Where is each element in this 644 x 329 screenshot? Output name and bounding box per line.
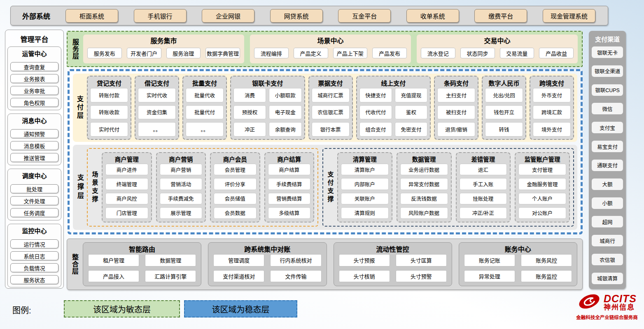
integration-item-box: 异常处理 — [464, 270, 515, 283]
service-item-box: 状态同步 — [460, 48, 495, 58]
management-item-box: 系统日志 — [10, 251, 58, 260]
payment-column: 贷记支付转账付款转账收款实时代付 — [87, 76, 131, 140]
management-group: 监控中心运行情况系统日志负载情况服务状态 — [7, 224, 61, 287]
support-item-box: 商户营销 — [160, 164, 203, 175]
payment-item-box: 农信银汇票 — [312, 105, 350, 120]
service-item-box: 产品定义 — [294, 48, 328, 58]
payment-item-box: 实时代付 — [90, 122, 128, 137]
payment-item-box: 兑出/兑回 — [485, 88, 523, 102]
support-item-box: 异常支付数据 — [400, 178, 448, 190]
payment-column-items: 城商行汇票农信银汇票银行本票 — [312, 88, 350, 137]
support-column-items: 清算账户内部账户关联账户清算规则 — [341, 164, 389, 219]
support-item-box: 业务运行数据 — [400, 164, 448, 175]
dcits-swirl-icon — [577, 292, 601, 313]
support-item-box: 会员数据 — [214, 207, 257, 219]
integration-item-box: 管理调度 — [213, 254, 264, 266]
integration-item-box: 头寸预报 — [339, 254, 390, 266]
logo-brand: DCITS — [604, 293, 637, 304]
payment-item-box: 主扫支付 — [437, 88, 475, 102]
payment-column-title: 数字人民币 — [485, 78, 523, 88]
payment-channel-box: 城商行 — [592, 235, 623, 246]
payment-column-title: 条码支付 — [437, 78, 475, 88]
payment-column-items: 批量代收批量代付。。 — [186, 88, 224, 137]
payment-item-box: 退货/撤销 — [437, 122, 475, 137]
payment-column-items: 实时代收资金归集。。 — [138, 88, 176, 137]
support-column: 清算管理清算账户内部账户关联账户清算规则 — [337, 152, 392, 222]
payment-column-title: 贷记支付 — [90, 78, 128, 88]
payment-item-box: 鉴权 — [395, 105, 427, 120]
service-panel-title: 场景中心 — [254, 35, 407, 45]
support-item-box: 支付管理 — [518, 164, 566, 175]
support-column-title: 监管账户管理 — [518, 154, 566, 164]
payment-item-box: 实时代收 — [138, 88, 176, 102]
support-group-label: 场景支撑 — [89, 152, 100, 222]
service-panel: 场景中心流程编排产品定义产品上下架产品发布 — [250, 35, 411, 63]
support-item-box: 营销活动 — [160, 178, 203, 190]
service-item-box: 流水登记 — [421, 48, 455, 58]
payment-item-box: 。。 — [186, 122, 224, 137]
payment-channels-sidebar: 支付渠道 银联无卡银联全渠道银联CUPS微信支付宝易宝支付通联支付大额小额超网城… — [589, 31, 626, 289]
management-group: 调度中心批处理文件处理任务调度 — [7, 169, 61, 220]
payment-channel-box: 超网 — [592, 216, 623, 227]
external-system-box: 互金平台 — [338, 9, 391, 23]
payment-item-box: 充值提现 — [395, 88, 427, 102]
support-item-box: 多级结算 — [268, 207, 311, 219]
support-item-box: 对公账户 — [518, 207, 566, 219]
support-item-box: 清算账户 — [341, 164, 389, 175]
integration-item-box: 文件传输 — [270, 270, 321, 283]
payment-column-title: 跨境支付 — [533, 78, 571, 88]
integration-panel: 跨系统集中对账管理调度行内系统核对支付渠道核对文件传输 — [208, 242, 327, 286]
legend-label: 图例: — [12, 304, 31, 316]
external-system-box: 收单系统 — [406, 9, 459, 23]
support-item-box: 门店管理 — [105, 207, 148, 219]
payment-column-items: 外币支付跨境汇款境外支付 — [533, 88, 571, 137]
legend-agile-layer: 该区域为敏态层 — [64, 300, 180, 317]
management-item-box: 角色权限 — [10, 98, 58, 107]
management-groups: 运管中心查询查复业务报表业务审批角色权限消息中心通知预警消息模板推送管理调度中心… — [7, 46, 61, 287]
service-panel-items: 服务发布开发者门户服务治理数据字典管理 — [87, 45, 240, 61]
integration-panel-title: 账务中心 — [464, 243, 572, 254]
service-item-box: 服务发布 — [87, 48, 122, 58]
service-item-box: 数据字典管理 — [205, 48, 240, 58]
logo-tagline: 金融科技全产业链综合服务商 — [576, 314, 638, 320]
external-system-box: 现金管理系统 — [543, 9, 595, 23]
management-item-box: 负载情况 — [10, 263, 58, 272]
support-item-box: 商户风控 — [105, 193, 148, 204]
support-item-box: 商户结算 — [268, 164, 311, 175]
integration-item-box: 头寸核销 — [339, 270, 390, 283]
logo-name-cn: 神州信息 — [604, 304, 637, 311]
support-item-box: 展示管理 — [160, 207, 203, 219]
payment-column-title: 银联卡支付 — [233, 78, 302, 88]
legend-stable-layer: 该区域为稳态层 — [184, 300, 297, 317]
payment-column: 数字人民币兑出/兑回钱包开立转钱 — [482, 76, 526, 140]
management-group-title: 监控中心 — [10, 225, 58, 236]
payment-item-box: 银行本票 — [312, 122, 350, 137]
integration-layer-panels: 智能路由租户管理数据管理产品接入汇路计算引擎跨系统集中对账管理调度行内系统核对支… — [83, 242, 577, 286]
management-item-box: 服务状态 — [10, 275, 58, 284]
integration-panel-items: 账务记账账务风控异常处理账务监控 — [464, 254, 572, 282]
payment-item-box: 转账付款 — [90, 88, 128, 102]
integration-item-box: 头寸预警 — [396, 270, 447, 283]
integration-item-box: 租户管理 — [88, 254, 139, 266]
support-column: 商户营销商户营销营销活动手续费减免展示管理 — [156, 152, 206, 222]
integration-panel-title: 流动性管控 — [339, 243, 447, 254]
payment-channel-box: 小额 — [592, 197, 623, 209]
payment-column-title: 票据支付 — [312, 78, 350, 88]
integration-panel: 智能路由租户管理数据管理产品接入汇路计算引擎 — [83, 242, 201, 286]
payment-channel-box: 城银清算 — [592, 273, 623, 284]
payment-item-box: 批量代付 — [186, 105, 224, 120]
payment-column: 借记支付实时代收资金归集。。 — [135, 76, 179, 140]
payment-item-box: 免密支付 — [395, 122, 427, 137]
support-column: 差错管理退汇手工入账挂账处理冲正/补正 — [456, 152, 511, 222]
support-group-scene: 场景支撑商户管理商户进件终端管理商户风控门店管理商户营销商户营销营销活动手续费减… — [87, 148, 318, 227]
support-column-items: 商户营销营销活动手续费减免展示管理 — [160, 164, 203, 219]
stable-layer-container: 支付层 贷记支付转账付款转账收款实时代付借记支付实时代收资金归集。。批量支付批量… — [68, 69, 583, 234]
management-item-box: 通知预警 — [10, 129, 58, 138]
payment-item-box: 小额取款 — [269, 88, 301, 102]
payment-item-box: 被扫支付 — [437, 105, 475, 120]
payment-layer-columns: 贷记支付转账付款转账收款实时代付借记支付实时代收资金归集。。批量支付批量代收批量… — [87, 76, 574, 140]
payment-column-items: 兑出/兑回钱包开立转钱 — [485, 88, 523, 137]
payment-item-box: 余额查询 — [269, 122, 301, 137]
payment-item-box: 外币支付 — [533, 88, 571, 102]
payment-column: 批量支付批量代收批量代付。。 — [182, 76, 227, 140]
